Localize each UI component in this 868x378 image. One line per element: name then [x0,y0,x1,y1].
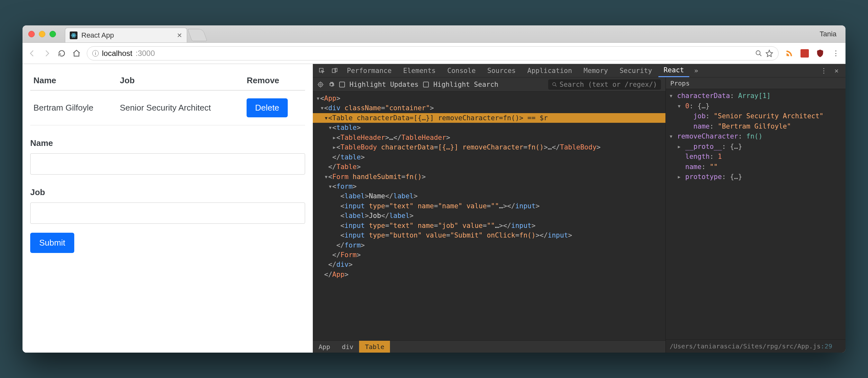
new-tab-button[interactable] [187,29,207,41]
highlight-updates-label: Highlight Updates [349,81,418,88]
app-page: Name Job Remove Bertram Gilfoyle Senior … [23,64,313,353]
svg-point-9 [320,84,321,85]
props-header: Props [666,77,845,89]
col-remove: Remove [243,71,305,90]
devtools-menu-icon[interactable]: ⋮ [818,67,830,74]
devtools-tab-console[interactable]: Console [442,64,481,77]
nav-forward-button[interactable] [42,49,52,58]
rss-extension-icon[interactable] [784,49,794,58]
profile-name[interactable]: Tania [819,30,837,38]
cell-name: Bertram Gilfoyle [30,90,117,125]
svg-point-0 [73,35,74,36]
devtools-tab-react[interactable]: React [658,64,689,77]
job-input[interactable] [30,202,305,224]
source-path[interactable]: /Users/taniarascia/Sites/rpg/src/App.js:… [666,340,845,353]
table-row: Bertram Gilfoyle Senior Security Archite… [30,90,305,125]
minimize-window-button[interactable] [39,31,45,37]
settings-gear-icon[interactable] [328,81,335,88]
name-label: Name [30,138,305,148]
props-body[interactable]: ▾ characterData: Array[1] ▾ 0: {…} job: … [666,89,845,340]
col-job: Job [117,71,244,90]
submit-button[interactable]: Submit [30,233,74,253]
svg-point-4 [756,51,760,55]
react-tree-pane: Highlight Updates Highlight Search Searc… [313,77,665,353]
nav-back-button[interactable] [28,49,37,58]
crumb-table[interactable]: Table [359,341,390,353]
device-toggle-icon[interactable] [329,67,340,74]
react-toolbar: Highlight Updates Highlight Search Searc… [313,77,665,92]
inspect-element-icon[interactable] [316,67,328,74]
close-window-button[interactable] [28,31,35,37]
crumb-app[interactable]: App [313,341,336,353]
bookmark-star-icon[interactable] [766,50,773,57]
svg-point-8 [318,82,322,87]
component-tree[interactable]: ▾<App> ▾<div className="container"> ▾<Ta… [313,92,665,340]
browser-menu-button[interactable]: ⋮ [831,49,840,58]
browser-toolbar: i localhost:3000 ⋮ [23,43,845,64]
browser-tab-strip: React App ✕ Tania [23,25,845,43]
devtools-panel: Performance Elements Console Sources App… [313,64,845,353]
job-label: Job [30,187,305,197]
address-bar[interactable]: i localhost:3000 [87,46,779,60]
nav-reload-button[interactable] [57,49,66,58]
delete-button[interactable]: Delete [247,98,287,117]
cell-job: Senior Security Architect [117,90,244,125]
devtools-tab-security[interactable]: Security [614,64,657,77]
col-name: Name [30,71,117,90]
browser-window: React App ✕ Tania i localhost:3000 [23,25,845,353]
search-placeholder: Search (text or /regex/) [560,81,657,88]
characters-table: Name Job Remove Bertram Gilfoyle Senior … [30,71,305,125]
name-input[interactable] [30,153,305,175]
ublock-extension-icon[interactable] [815,49,825,58]
url-port: :3000 [136,49,155,58]
devtools-tab-elements[interactable]: Elements [398,64,441,77]
devtools-tab-sources[interactable]: Sources [482,64,521,77]
highlight-updates-checkbox[interactable] [339,82,345,88]
devtools-tab-memory[interactable]: Memory [578,64,613,77]
tab-title: React App [81,31,173,39]
url-host: localhost [102,49,132,58]
breadcrumb: App div Table [313,340,665,353]
more-tabs-icon[interactable]: » [690,67,702,74]
fullscreen-window-button[interactable] [50,31,56,37]
browser-tab[interactable]: React App ✕ [65,28,187,42]
devtools-search[interactable]: Search (text or /regex/) [548,80,661,90]
svg-point-10 [553,83,556,86]
content-area: Name Job Remove Bertram Gilfoyle Senior … [23,64,845,353]
devtools-tab-application[interactable]: Application [522,64,577,77]
target-icon[interactable] [317,81,324,88]
devtools-tabs: Performance Elements Console Sources App… [313,64,845,77]
devtools-close-icon[interactable]: ✕ [831,67,842,74]
tab-close-icon[interactable]: ✕ [177,32,182,39]
devtools-tab-performance[interactable]: Performance [342,64,397,77]
zoom-icon[interactable] [755,50,762,57]
highlight-search-label: Highlight Search [433,81,498,88]
props-pane: Props ▾ characterData: Array[1] ▾ 0: {…}… [665,77,845,353]
react-favicon-icon [70,32,78,39]
nav-home-button[interactable] [72,49,81,58]
highlight-search-checkbox[interactable] [423,82,429,88]
extension-icon[interactable] [800,49,809,58]
window-controls [27,31,59,37]
site-info-icon[interactable]: i [92,50,99,57]
crumb-div[interactable]: div [336,341,359,353]
